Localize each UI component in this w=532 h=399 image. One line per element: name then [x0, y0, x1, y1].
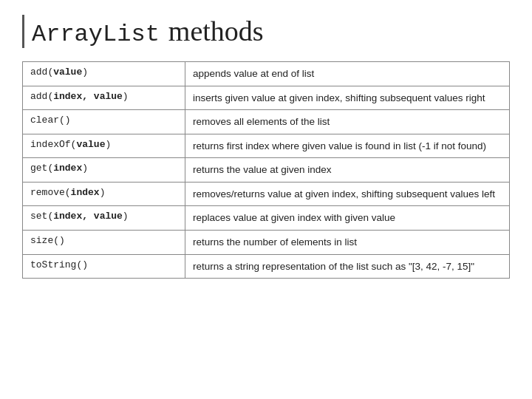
method-cell: get(index)	[23, 158, 185, 183]
title-code: ArrayList	[32, 21, 160, 48]
description-cell: inserts given value at given index, shif…	[185, 86, 510, 110]
method-cell: size()	[23, 230, 185, 254]
description-cell: returns first index where given value is…	[185, 134, 510, 158]
description-cell: removes/returns value at given index, sh…	[185, 182, 510, 206]
description-cell: appends value at end of list	[185, 62, 510, 86]
table-row: size()returns the number of elements in …	[23, 230, 510, 254]
table-row: get(index)returns the value at given ind…	[23, 158, 510, 183]
method-cell: add(index, value)	[23, 86, 185, 110]
method-cell: remove(index)	[23, 182, 185, 206]
method-cell: set(index, value)	[23, 206, 185, 231]
title-methods: methods	[168, 15, 264, 47]
description-cell: removes all elements of the list	[185, 110, 510, 134]
description-cell: returns the number of elements in list	[185, 230, 510, 254]
methods-table: add(value)appends value at end of listad…	[22, 61, 510, 279]
method-cell: indexOf(value)	[23, 134, 185, 158]
description-cell: replaces value at given index with given…	[185, 206, 510, 231]
table-row: indexOf(value)returns first index where …	[23, 134, 510, 158]
description-cell: returns a string representation of the l…	[185, 254, 510, 279]
table-row: toString()returns a string representatio…	[23, 254, 510, 279]
table-row: add(value)appends value at end of list	[23, 62, 510, 86]
page-title: ArrayList methods	[22, 15, 510, 48]
method-cell: add(value)	[23, 62, 185, 86]
method-cell: toString()	[23, 254, 185, 279]
table-row: set(index, value)replaces value at given…	[23, 206, 510, 231]
table-row: remove(index)removes/returns value at gi…	[23, 182, 510, 206]
description-cell: returns the value at given index	[185, 158, 510, 183]
method-cell: clear()	[23, 110, 185, 134]
table-row: add(index, value)inserts given value at …	[23, 86, 510, 110]
table-row: clear()removes all elements of the list	[23, 110, 510, 134]
